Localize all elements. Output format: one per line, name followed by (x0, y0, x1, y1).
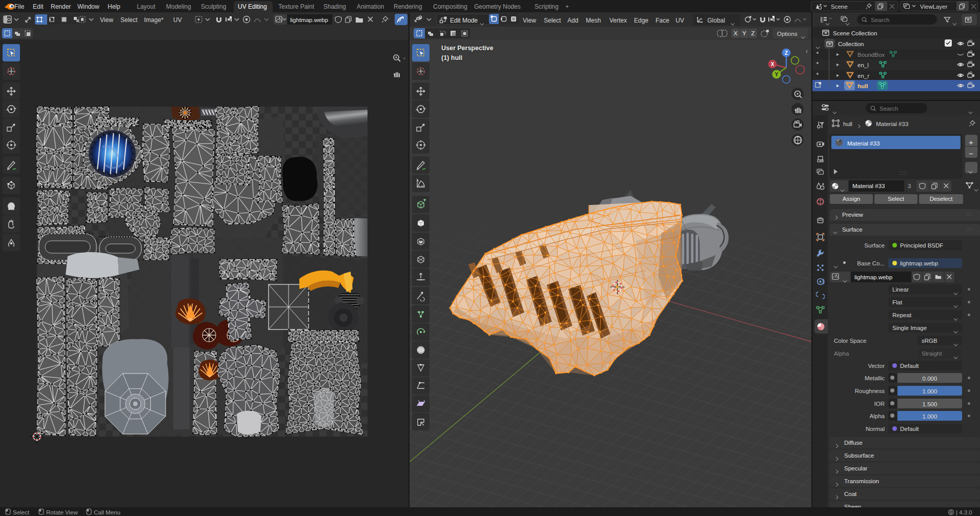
svg-text:X: X (771, 61, 774, 67)
svg-text:Y: Y (775, 72, 779, 77)
svg-text:Z: Z (785, 50, 788, 56)
